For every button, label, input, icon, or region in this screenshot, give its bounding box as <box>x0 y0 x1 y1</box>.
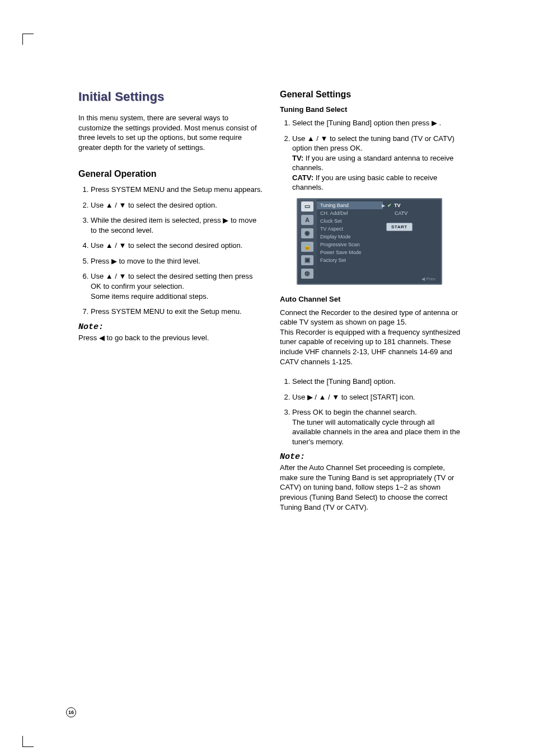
step: Use ▲ / ▼ to select the tuning band (TV … <box>292 134 465 192</box>
osd-menu-item: Tuning Band <box>317 201 383 209</box>
step-text: Use ▲ / ▼ to select the tuning band (TV … <box>292 134 455 153</box>
osd-options: ✔TV CATV START <box>383 199 441 284</box>
step: Use ▲ / ▼ to select the desired option. <box>91 200 263 210</box>
crop-mark-bottom-left <box>22 736 34 747</box>
osd-option-tv: ✔TV <box>386 201 438 209</box>
step: Use ▲ / ▼ to select the desired setting … <box>91 271 263 301</box>
osd-menu-item: Factory Set <box>317 256 383 264</box>
left-column: Initial Settings In this menu system, th… <box>78 90 263 522</box>
step: Select the [Tuning Band] option then pre… <box>292 118 465 128</box>
general-settings-heading: General Settings <box>280 90 465 100</box>
language-icon: A <box>301 215 313 225</box>
note-heading: Note: <box>78 322 263 332</box>
disc-icon: ◍ <box>301 269 313 279</box>
auto-channel-paragraph: Connect the Recorder to the desired type… <box>280 308 465 367</box>
tuning-band-select-heading: Tuning Band Select <box>280 105 465 114</box>
page-content: Initial Settings In this menu system, th… <box>78 90 465 522</box>
intro-paragraph: In this menu system, there are several w… <box>78 113 263 152</box>
note-body: Press ◀ to go back to the previous level… <box>78 333 263 343</box>
osd-option-catv: CATV <box>386 209 438 217</box>
lock-icon: 🔒 <box>301 242 313 252</box>
general-operation-steps: Press SYSTEM MENU and the Setup menu app… <box>78 185 263 316</box>
step: Press OK to begin the channel search. Th… <box>292 407 465 447</box>
osd-start-button: START <box>386 223 413 231</box>
osd-menu-list: Tuning Band CH. Add/Del Clock Set TV Asp… <box>317 199 383 284</box>
tuning-band-steps: Select the [Tuning Band] option then pre… <box>280 118 465 192</box>
audio-icon: ◉ <box>301 228 313 238</box>
catv-desc: If you are using basic cable to receive … <box>292 173 437 192</box>
osd-menu-item: Progressive Scan <box>317 241 383 248</box>
general-operation-heading: General Operation <box>78 169 263 179</box>
osd-menu-item: Power Save Mode <box>317 248 383 256</box>
page-title: Initial Settings <box>78 90 263 104</box>
tv-icon: ▭ <box>301 201 313 212</box>
step: Press SYSTEM MENU and the Setup menu app… <box>91 185 263 195</box>
osd-menu-item: TV Aspect <box>317 225 383 233</box>
step: Select the [Tuning Band] option. <box>292 377 465 387</box>
osd-screenshot: ▭ A ◉ 🔒 ▣ ◍ Tuning Band CH. Add/Del Cloc… <box>297 198 442 285</box>
check-icon: ✔ <box>387 203 392 208</box>
step: While the desired item is selected, pres… <box>91 215 263 235</box>
crop-mark-top-left <box>22 34 34 45</box>
page-number: 16 <box>66 707 76 717</box>
right-column: General Settings Tuning Band Select Sele… <box>280 90 465 522</box>
step: Press ▶ to move to the third level. <box>91 256 263 266</box>
osd-menu-item: CH. Add/Del <box>317 209 383 217</box>
osd-category-icons: ▭ A ◉ 🔒 ▣ ◍ <box>298 199 317 284</box>
tv-label: TV: <box>292 154 303 162</box>
auto-channel-set-heading: Auto Channel Set <box>280 295 465 303</box>
osd-prev-hint: ◀ Prev <box>421 276 435 281</box>
tv-desc: If you are using a standard antenna to r… <box>292 154 453 172</box>
osd-menu-item: Clock Set <box>317 217 383 225</box>
opt-label: CATV <box>395 210 407 216</box>
note-heading: Note: <box>280 452 465 462</box>
auto-channel-steps: Select the [Tuning Band] option. Use ▶ /… <box>280 377 465 447</box>
opt-label: TV <box>394 203 401 208</box>
catv-label: CATV: <box>292 173 313 182</box>
step: Press SYSTEM MENU to exit the Setup menu… <box>91 307 263 317</box>
note-body: After the Auto Channel Set proceeding is… <box>280 463 465 512</box>
step: Use ▶ / ▲ / ▼ to select [START] icon. <box>292 392 465 402</box>
osd-menu-item: Display Mode <box>317 233 383 241</box>
step: Use ▲ / ▼ to select the second desired o… <box>91 241 263 251</box>
record-icon: ▣ <box>301 255 313 265</box>
